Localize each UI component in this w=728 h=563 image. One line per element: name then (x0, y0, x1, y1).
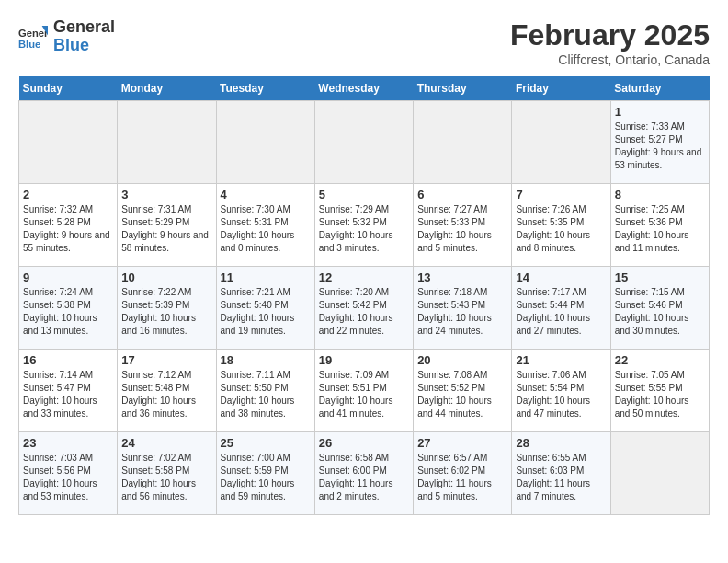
week-row-1: 1Sunrise: 7:33 AM Sunset: 5:27 PM Daylig… (19, 101, 710, 184)
day-number: 24 (121, 436, 211, 450)
weekday-sunday: Sunday (19, 76, 118, 101)
day-number: 16 (23, 353, 113, 367)
day-number: 5 (319, 188, 409, 201)
calendar-cell: 3Sunrise: 7:31 AM Sunset: 5:29 PM Daylig… (118, 184, 216, 267)
title-section: February 2025 Cliffcrest, Ontario, Canad… (510, 18, 710, 67)
day-number: 17 (121, 353, 211, 367)
calendar-cell: 27Sunrise: 6:57 AM Sunset: 6:02 PM Dayli… (414, 432, 512, 515)
svg-text:General: General (18, 28, 48, 39)
day-number: 8 (615, 188, 705, 201)
week-row-5: 23Sunrise: 7:03 AM Sunset: 5:56 PM Dayli… (19, 432, 710, 515)
calendar-cell: 15Sunrise: 7:15 AM Sunset: 5:46 PM Dayli… (610, 267, 709, 350)
day-info: Sunrise: 7:32 AM Sunset: 5:28 PM Dayligh… (23, 203, 113, 255)
day-number: 21 (516, 353, 606, 367)
day-number: 2 (23, 188, 113, 201)
day-number: 3 (121, 188, 211, 201)
calendar-subtitle: Cliffcrest, Ontario, Canada (510, 52, 710, 67)
day-info: Sunrise: 7:02 AM Sunset: 5:58 PM Dayligh… (121, 452, 211, 503)
day-info: Sunrise: 6:57 AM Sunset: 6:02 PM Dayligh… (417, 452, 507, 503)
day-info: Sunrise: 7:11 AM Sunset: 5:50 PM Dayligh… (221, 369, 311, 420)
weekday-saturday: Saturday (610, 76, 709, 101)
calendar-cell: 6Sunrise: 7:27 AM Sunset: 5:33 PM Daylig… (414, 184, 512, 267)
calendar-cell: 13Sunrise: 7:18 AM Sunset: 5:43 PM Dayli… (414, 267, 512, 350)
svg-text:Blue: Blue (18, 39, 40, 50)
calendar-cell: 5Sunrise: 7:29 AM Sunset: 5:32 PM Daylig… (314, 184, 413, 267)
calendar-table: SundayMondayTuesdayWednesdayThursdayFrid… (18, 76, 710, 515)
logo-icon: General Blue (18, 22, 48, 52)
calendar-cell: 7Sunrise: 7:26 AM Sunset: 5:35 PM Daylig… (512, 184, 610, 267)
day-number: 26 (319, 436, 409, 450)
calendar-cell: 16Sunrise: 7:14 AM Sunset: 5:47 PM Dayli… (19, 350, 118, 432)
day-info: Sunrise: 7:09 AM Sunset: 5:51 PM Dayligh… (319, 369, 409, 420)
calendar-title: February 2025 (510, 18, 710, 52)
calendar-cell (216, 101, 314, 184)
day-number: 9 (23, 270, 113, 284)
week-row-4: 16Sunrise: 7:14 AM Sunset: 5:47 PM Dayli… (19, 350, 710, 432)
day-number: 15 (615, 270, 705, 284)
day-info: Sunrise: 7:26 AM Sunset: 5:35 PM Dayligh… (516, 203, 606, 255)
day-number: 25 (221, 436, 311, 450)
day-info: Sunrise: 7:00 AM Sunset: 5:59 PM Dayligh… (221, 452, 311, 503)
calendar-cell: 17Sunrise: 7:12 AM Sunset: 5:48 PM Dayli… (118, 350, 216, 432)
calendar-cell: 11Sunrise: 7:21 AM Sunset: 5:40 PM Dayli… (216, 267, 314, 350)
day-info: Sunrise: 7:20 AM Sunset: 5:42 PM Dayligh… (319, 286, 409, 338)
week-row-3: 9Sunrise: 7:24 AM Sunset: 5:38 PM Daylig… (19, 267, 710, 350)
calendar-cell: 23Sunrise: 7:03 AM Sunset: 5:56 PM Dayli… (19, 432, 118, 515)
calendar-cell: 26Sunrise: 6:58 AM Sunset: 6:00 PM Dayli… (314, 432, 413, 515)
day-number: 7 (516, 188, 606, 201)
day-info: Sunrise: 7:21 AM Sunset: 5:40 PM Dayligh… (221, 286, 311, 338)
day-number: 20 (417, 353, 507, 367)
calendar-cell (118, 101, 216, 184)
day-number: 6 (417, 188, 507, 201)
day-info: Sunrise: 7:31 AM Sunset: 5:29 PM Dayligh… (121, 203, 211, 255)
day-info: Sunrise: 7:25 AM Sunset: 5:36 PM Dayligh… (615, 203, 705, 255)
calendar-cell (512, 101, 610, 184)
calendar-cell: 21Sunrise: 7:06 AM Sunset: 5:54 PM Dayli… (512, 350, 610, 432)
day-info: Sunrise: 7:12 AM Sunset: 5:48 PM Dayligh… (121, 369, 211, 420)
calendar-cell: 22Sunrise: 7:05 AM Sunset: 5:55 PM Dayli… (610, 350, 709, 432)
day-number: 28 (516, 436, 606, 450)
logo-line1: General (53, 17, 115, 36)
day-number: 27 (417, 436, 507, 450)
weekday-wednesday: Wednesday (314, 76, 413, 101)
day-number: 22 (615, 353, 705, 367)
day-info: Sunrise: 7:29 AM Sunset: 5:32 PM Dayligh… (319, 203, 409, 255)
weekday-monday: Monday (118, 76, 216, 101)
day-number: 14 (516, 270, 606, 284)
calendar-cell: 9Sunrise: 7:24 AM Sunset: 5:38 PM Daylig… (19, 267, 118, 350)
calendar-cell: 20Sunrise: 7:08 AM Sunset: 5:52 PM Dayli… (414, 350, 512, 432)
day-info: Sunrise: 7:33 AM Sunset: 5:27 PM Dayligh… (615, 121, 705, 172)
logo: General Blue General Blue (18, 18, 115, 55)
calendar-cell: 12Sunrise: 7:20 AM Sunset: 5:42 PM Dayli… (314, 267, 413, 350)
day-info: Sunrise: 6:58 AM Sunset: 6:00 PM Dayligh… (319, 452, 409, 503)
day-number: 13 (417, 270, 507, 284)
calendar-cell: 28Sunrise: 6:55 AM Sunset: 6:03 PM Dayli… (512, 432, 610, 515)
day-info: Sunrise: 7:24 AM Sunset: 5:38 PM Dayligh… (23, 286, 113, 338)
day-info: Sunrise: 7:14 AM Sunset: 5:47 PM Dayligh… (23, 369, 113, 420)
day-number: 19 (319, 353, 409, 367)
day-number: 11 (221, 270, 311, 284)
calendar-cell: 1Sunrise: 7:33 AM Sunset: 5:27 PM Daylig… (610, 101, 709, 184)
calendar-cell: 14Sunrise: 7:17 AM Sunset: 5:44 PM Dayli… (512, 267, 610, 350)
header: General Blue General Blue February 2025 … (18, 18, 710, 67)
week-row-2: 2Sunrise: 7:32 AM Sunset: 5:28 PM Daylig… (19, 184, 710, 267)
calendar-cell: 18Sunrise: 7:11 AM Sunset: 5:50 PM Dayli… (216, 350, 314, 432)
calendar-cell: 8Sunrise: 7:25 AM Sunset: 5:36 PM Daylig… (610, 184, 709, 267)
calendar-cell (610, 432, 709, 515)
day-info: Sunrise: 7:30 AM Sunset: 5:31 PM Dayligh… (221, 203, 311, 255)
day-info: Sunrise: 7:03 AM Sunset: 5:56 PM Dayligh… (23, 452, 113, 503)
day-info: Sunrise: 7:05 AM Sunset: 5:55 PM Dayligh… (615, 369, 705, 420)
calendar-cell: 2Sunrise: 7:32 AM Sunset: 5:28 PM Daylig… (19, 184, 118, 267)
day-number: 18 (221, 353, 311, 367)
calendar-cell (19, 101, 118, 184)
calendar-cell: 24Sunrise: 7:02 AM Sunset: 5:58 PM Dayli… (118, 432, 216, 515)
logo-line2: Blue (53, 36, 89, 54)
day-info: Sunrise: 7:17 AM Sunset: 5:44 PM Dayligh… (516, 286, 606, 338)
weekday-tuesday: Tuesday (216, 76, 314, 101)
day-number: 23 (23, 436, 113, 450)
weekday-friday: Friday (512, 76, 610, 101)
day-number: 4 (221, 188, 311, 201)
day-info: Sunrise: 6:55 AM Sunset: 6:03 PM Dayligh… (516, 452, 606, 503)
calendar-cell: 25Sunrise: 7:00 AM Sunset: 5:59 PM Dayli… (216, 432, 314, 515)
calendar-cell (314, 101, 413, 184)
